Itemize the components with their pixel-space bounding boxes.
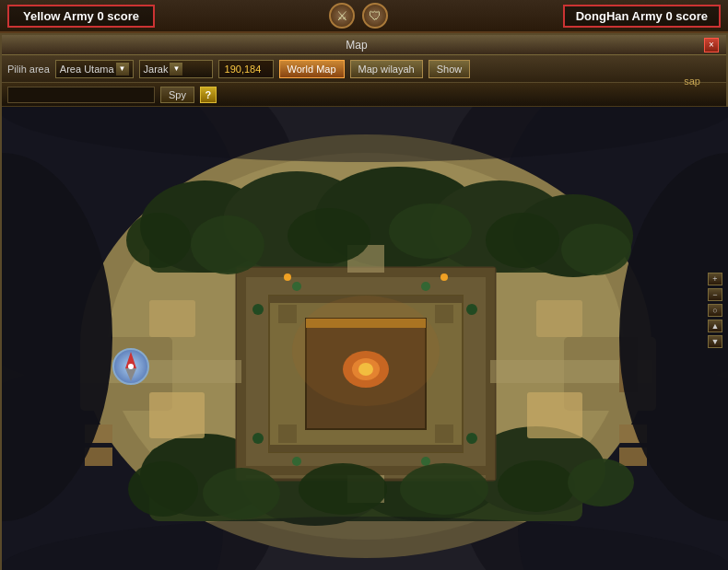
center-button[interactable]: ○ (708, 304, 722, 317)
map-spy-bar: Spy ? sap (2, 83, 726, 107)
svg-point-75 (203, 468, 280, 519)
world-map-button[interactable]: World Map (279, 60, 345, 78)
area-select[interactable]: Area Utama ▼ (55, 60, 134, 78)
svg-point-71 (389, 204, 472, 259)
donghan-army-score: DongHan Army 0 score (563, 5, 721, 28)
svg-point-49 (284, 273, 291, 281)
map-controls-bar: Pilih area Area Utama ▼ Jarak ▼ 190,184 … (2, 55, 726, 83)
map-canvas (2, 107, 728, 570)
scroll-down-button[interactable]: ▼ (708, 335, 722, 348)
compass-inner (112, 348, 149, 385)
svg-point-74 (128, 461, 198, 517)
svg-point-69 (191, 215, 264, 274)
svg-rect-40 (435, 425, 453, 443)
map-title: Map (9, 39, 704, 52)
svg-point-73 (561, 224, 631, 275)
svg-point-77 (400, 463, 488, 515)
area-select-arrow: ▼ (116, 63, 129, 76)
map-viewport[interactable]: + − ○ ▲ ▼ (2, 107, 728, 570)
distance-select-arrow: ▼ (170, 63, 182, 76)
scroll-up-button[interactable]: ▲ (708, 320, 722, 332)
svg-point-76 (299, 463, 387, 515)
right-controls: + − ○ ▲ ▼ (708, 273, 722, 348)
svg-rect-60 (149, 392, 205, 438)
spy-input[interactable] (7, 87, 155, 103)
svg-point-70 (288, 208, 370, 263)
svg-rect-38 (435, 305, 453, 323)
svg-point-42 (466, 304, 477, 315)
map-window: Map × Pilih area Area Utama ▼ Jarak ▼ 19… (0, 33, 728, 570)
compass-dot (128, 364, 134, 369)
svg-point-47 (292, 282, 301, 291)
spy-button[interactable]: Spy (160, 87, 194, 103)
svg-rect-62 (149, 300, 195, 337)
svg-point-78 (498, 460, 575, 512)
svg-rect-63 (536, 300, 582, 337)
svg-point-48 (421, 282, 430, 291)
close-button[interactable]: × (704, 38, 719, 52)
zoom-out-button[interactable]: − (708, 288, 722, 301)
coordinates-display: 190,184 (218, 60, 274, 78)
map-wilayah-button[interactable]: Map wilayah (350, 60, 423, 78)
avatar-icon-2[interactable]: 🛡 (362, 3, 388, 29)
svg-point-41 (252, 304, 264, 315)
avatar-icon-1[interactable]: ⚔ (329, 3, 355, 29)
svg-point-46 (421, 457, 430, 466)
zoom-in-button[interactable]: + (708, 273, 722, 285)
svg-rect-39 (278, 425, 297, 443)
svg-point-45 (292, 457, 301, 466)
sapir-text: sap (684, 76, 700, 87)
svg-point-79 (568, 459, 634, 506)
compass-widget[interactable] (111, 346, 151, 387)
compass-south-arrow (125, 368, 136, 381)
svg-point-68 (126, 213, 191, 268)
svg-point-72 (486, 213, 559, 268)
svg-rect-37 (278, 305, 297, 323)
score-bar: Yellow Army 0 score ⚔ 🛡 DongHan Army 0 s… (0, 0, 728, 33)
show-button[interactable]: Show (429, 60, 471, 78)
svg-rect-61 (527, 392, 582, 438)
svg-point-43 (252, 433, 264, 444)
svg-point-44 (466, 433, 477, 444)
area-label: Pilih area (7, 64, 50, 75)
svg-point-80 (292, 296, 440, 406)
svg-rect-31 (269, 445, 463, 452)
help-button[interactable]: ? (200, 87, 217, 103)
score-center-icons: ⚔ 🛡 (329, 3, 388, 29)
svg-point-50 (440, 273, 448, 281)
yellow-army-score: Yellow Army 0 score (7, 5, 155, 28)
map-titlebar: Map × (2, 35, 726, 55)
distance-select[interactable]: Jarak ▼ (139, 60, 213, 78)
